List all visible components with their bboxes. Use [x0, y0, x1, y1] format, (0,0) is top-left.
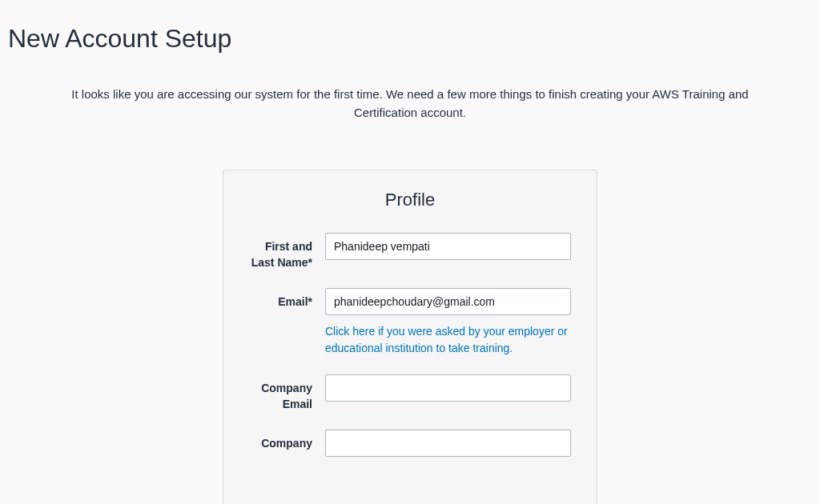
company-email-input[interactable] — [325, 374, 571, 402]
company-label: Company — [249, 430, 325, 452]
form-row-company-email: Company Email — [249, 374, 571, 412]
profile-heading: Profile — [249, 190, 571, 210]
form-row-name: First and Last Name* — [249, 233, 571, 270]
profile-card: Profile First and Last Name* Email* Clic… — [223, 170, 597, 504]
intro-text: It looks like you are accessing our syst… — [50, 54, 770, 122]
email-input[interactable] — [325, 288, 571, 315]
company-input[interactable] — [325, 430, 571, 457]
email-help-link[interactable]: Click here if you were asked by your emp… — [325, 323, 571, 357]
company-email-label: Company Email — [249, 374, 325, 412]
email-label: Email* — [249, 288, 325, 310]
form-row-company: Company — [249, 430, 571, 457]
name-input[interactable] — [325, 233, 571, 260]
page-title: New Account Setup — [0, 0, 820, 54]
name-label: First and Last Name* — [249, 233, 325, 270]
form-row-email: Email* Click here if you were asked by y… — [249, 288, 571, 357]
